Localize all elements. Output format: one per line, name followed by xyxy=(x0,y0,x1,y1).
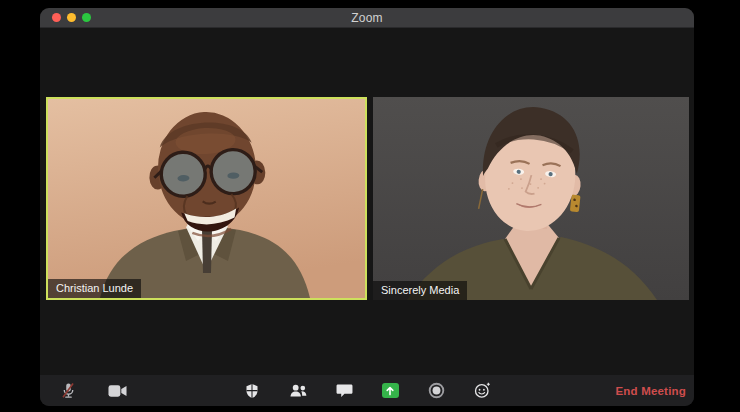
chat-bubble-icon xyxy=(336,383,353,398)
end-meeting-button[interactable]: End Meeting xyxy=(615,385,686,397)
chat-button[interactable] xyxy=(334,381,354,401)
participant-name-label: Sincerely Media xyxy=(373,281,467,300)
window-controls xyxy=(52,13,91,22)
tortoise-earring xyxy=(570,194,581,212)
participants-icon xyxy=(289,383,308,398)
video-tile-christian-lunde[interactable]: Christian Lunde xyxy=(46,97,367,300)
security-shield-icon xyxy=(244,383,260,399)
video-tile-sincerely-media[interactable]: Sincerely Media xyxy=(373,97,689,300)
participant-name-label: Christian Lunde xyxy=(48,279,141,298)
share-screen-button[interactable] xyxy=(380,381,400,401)
desktop-background: Zoom xyxy=(0,0,740,412)
close-button[interactable] xyxy=(52,13,61,22)
participant-video-man xyxy=(48,99,365,298)
fullscreen-button[interactable] xyxy=(82,13,91,22)
share-screen-icon xyxy=(382,383,399,398)
toolbar-center-group xyxy=(242,375,492,406)
titlebar[interactable]: Zoom xyxy=(40,8,694,28)
video-camera-icon xyxy=(108,384,127,398)
participant-video-woman xyxy=(373,97,689,300)
record-icon xyxy=(428,382,445,399)
meeting-toolbar: End Meeting xyxy=(40,375,694,406)
zoom-app-window: Zoom xyxy=(40,8,694,406)
participants-button[interactable] xyxy=(288,381,308,401)
toolbar-left-group xyxy=(58,375,127,406)
window-title: Zoom xyxy=(40,11,694,25)
minimize-button[interactable] xyxy=(67,13,76,22)
reactions-smiley-icon xyxy=(474,382,491,399)
mute-button[interactable] xyxy=(58,381,78,401)
reactions-button[interactable] xyxy=(472,381,492,401)
record-button[interactable] xyxy=(426,381,446,401)
video-button[interactable] xyxy=(107,381,127,401)
microphone-muted-icon xyxy=(60,382,77,399)
toolbar-right-group: End Meeting xyxy=(615,375,686,406)
security-button[interactable] xyxy=(242,381,262,401)
